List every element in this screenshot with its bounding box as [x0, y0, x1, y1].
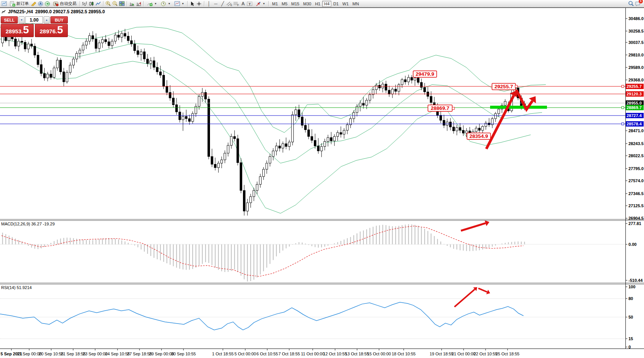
date-label: 7 Oct 18:55 [279, 352, 300, 356]
svg-text:30486.0: 30486.0 [628, 16, 644, 21]
indicators-button[interactable]: ▼ [145, 0, 158, 7]
svg-text:-510.44: -510.44 [628, 278, 643, 283]
line-chart-type-icon[interactable] [95, 1, 102, 7]
svg-text:0: 0 [628, 345, 631, 349]
bid-price-panel[interactable]: 28953.5 [1, 24, 34, 37]
signal-icon[interactable] [44, 1, 51, 7]
sell-button[interactable]: SELL [1, 16, 18, 23]
trendline-tool-icon[interactable]: ╱ [219, 1, 226, 7]
svg-text:29479.9: 29479.9 [416, 71, 434, 77]
timeframe-h4-button[interactable]: H4 [322, 1, 331, 7]
volume-increase-button[interactable]: ▲ [44, 16, 50, 23]
timeframe-mn-button[interactable]: MN [351, 1, 361, 7]
volume-decrease-button[interactable]: ▼ [19, 16, 25, 23]
line-handle[interactable] [622, 85, 624, 88]
timeframe-m30-button[interactable]: M30 [301, 1, 313, 7]
svg-text:50: 50 [628, 315, 633, 319]
ask-price-main: 28976. [40, 28, 57, 34]
tile-windows-icon[interactable] [119, 1, 125, 7]
svg-text:29368.0: 29368.0 [628, 78, 644, 82]
support-zone-bar[interactable] [490, 106, 547, 109]
date-label: 12 Oct 10:55 [323, 352, 347, 356]
zoom-out-icon[interactable] [112, 1, 118, 7]
chart-canvas[interactable]: 29479.929255.728869.728354.9MACD(12,26,9… [0, 0, 644, 358]
date-label: 1 Oct 18:55 [212, 352, 234, 356]
chevron-down-icon: ▼ [263, 2, 265, 5]
autotrade-label: 自动交易 [60, 1, 77, 6]
toolbar-separator [127, 1, 127, 6]
svg-text:29255.7: 29255.7 [495, 84, 513, 89]
symbol-period-label: JPN225-,H4 [8, 9, 33, 14]
svg-text:27574.0: 27574.0 [628, 178, 644, 183]
toolbar-separator [143, 1, 144, 6]
profile-icon[interactable] [38, 1, 44, 7]
chevron-down-icon: ▼ [154, 2, 157, 5]
ask-price-panel[interactable]: 28976.5 [35, 24, 68, 37]
date-label: 23 Sep 00:00 [83, 352, 107, 356]
date-label: 15 Oct 00:00 [367, 352, 391, 356]
svg-text:28022.5: 28022.5 [628, 153, 644, 158]
line-handle[interactable] [622, 106, 624, 109]
svg-text:27125.5: 27125.5 [628, 203, 644, 208]
price-label-29479.9[interactable]: 29479.9 [413, 71, 437, 77]
timeframe-m5-button[interactable]: M5 [280, 1, 289, 7]
price-label-29255.7[interactable]: 29255.7 [492, 83, 517, 90]
vertical-line-tool-icon[interactable]: │ [206, 1, 212, 7]
svg-text:28354.9: 28354.9 [470, 133, 488, 139]
auto-scroll-icon[interactable] [128, 1, 135, 7]
shapes-button[interactable]: ▼ [254, 0, 267, 7]
svg-text:80: 80 [628, 296, 633, 301]
label-tool-icon[interactable]: T [247, 1, 253, 7]
svg-text:28869.7: 28869.7 [627, 105, 642, 110]
main-toolbar: 新订单 自动交易 ▼ ▼ ▼ │ ─ ╱ E F A T ▼ [0, 0, 644, 8]
svg-text:277.81: 277.81 [628, 221, 641, 226]
autotrade-button[interactable]: 自动交易 [51, 0, 78, 7]
line-handle[interactable] [622, 123, 624, 125]
chart-shift-icon[interactable] [135, 1, 142, 7]
clock-icon [160, 1, 167, 7]
periods-button[interactable]: ▼ [159, 0, 172, 7]
date-label: 21 Sep 18:55 [61, 352, 85, 356]
zoom-in-icon[interactable] [105, 1, 111, 7]
search-icon[interactable] [628, 1, 634, 7]
svg-text:27346.5: 27346.5 [628, 191, 644, 196]
date-label: 24 Sep 10:55 [105, 352, 130, 356]
new-order-button[interactable]: 新订单 [8, 0, 30, 7]
svg-text:28869.7: 28869.7 [431, 105, 450, 111]
toolbar-separator [103, 1, 103, 6]
fibonacci-tool-icon[interactable]: F [233, 1, 240, 7]
crosshair-icon[interactable] [196, 1, 202, 7]
svg-text:28727.4: 28727.4 [627, 113, 642, 118]
timeframe-m1-button[interactable]: M1 [270, 1, 280, 7]
macd-indicator-label: MACD(12,26,9) 36.27 -19.29 [1, 222, 55, 226]
date-label: 30 Sep 10:55 [171, 352, 196, 356]
chevron-down-icon: ▼ [168, 2, 171, 5]
timeframe-m15-button[interactable]: M15 [289, 1, 301, 7]
crayon-icon[interactable] [31, 1, 37, 7]
text-tool-icon[interactable]: A [240, 1, 246, 7]
arrow-shapes-icon [255, 1, 262, 7]
price-label-28869.7[interactable]: 28869.7 [428, 105, 454, 111]
timeframe-h1-button[interactable]: H1 [313, 1, 322, 7]
candlestick-type-icon[interactable] [88, 1, 95, 7]
notifications-icon[interactable]: 1 [635, 1, 641, 7]
volume-input[interactable]: 1.00 [25, 16, 43, 23]
svg-text:26904.5: 26904.5 [628, 216, 644, 220]
cursor-icon[interactable] [189, 1, 196, 7]
date-label: 29 Sep 00:00 [149, 352, 174, 356]
templates-button[interactable]: ▼ [172, 0, 186, 7]
timeframe-w1-button[interactable]: W1 [340, 1, 351, 7]
price-label-28354.9[interactable]: 28354.9 [467, 133, 490, 139]
chart-window-icon[interactable] [1, 1, 7, 7]
mt4-terminal: { "toolbar": { "new_order_label": "新订单",… [0, 0, 644, 358]
bar-chart-type-icon[interactable] [81, 1, 88, 7]
buy-button[interactable]: BUY [50, 16, 68, 23]
svg-text:28471.0: 28471.0 [628, 128, 644, 133]
ohlc-values: 28990.0 29027.5 28952.5 28955.0 [35, 9, 105, 14]
horizontal-line-tool-icon[interactable]: ─ [213, 1, 219, 7]
new-order-icon [9, 1, 16, 7]
date-label: 20 Sep 10:55 [39, 352, 63, 356]
svg-text:30037.5: 30037.5 [628, 40, 644, 45]
channel-tool-icon[interactable]: E [226, 1, 233, 7]
timeframe-d1-button[interactable]: D1 [331, 1, 340, 7]
